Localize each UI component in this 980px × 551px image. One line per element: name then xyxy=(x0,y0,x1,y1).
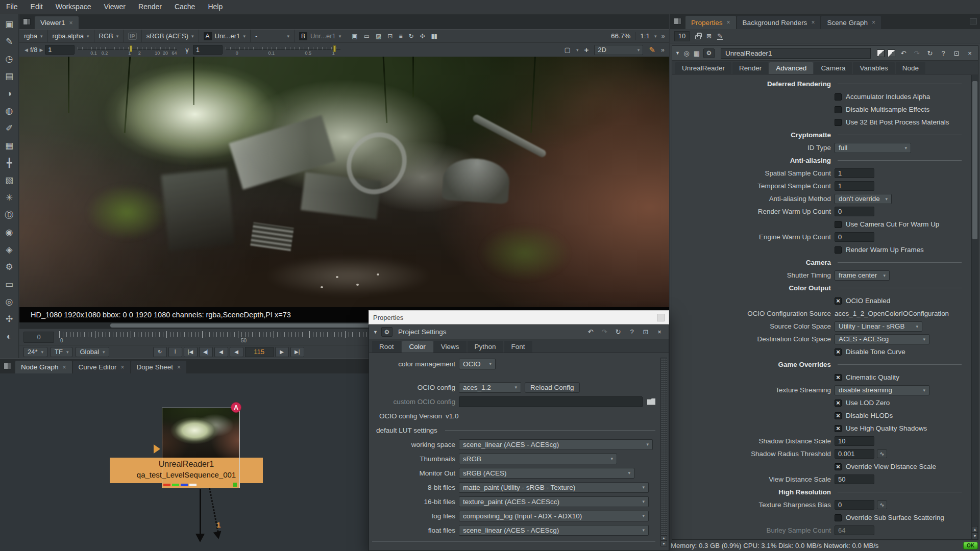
close-icon[interactable]: × xyxy=(727,19,730,26)
refresh-icon[interactable]: ↻ xyxy=(408,33,413,40)
node-text-color-chip[interactable] xyxy=(888,49,895,57)
checkbox[interactable]: × xyxy=(835,348,842,356)
alpha-layer-dropdown[interactable]: rgba.alpha▾ xyxy=(48,30,94,42)
ocio-config-dropdown[interactable]: aces_1.2▾ xyxy=(459,382,521,393)
prev-arrow-icon[interactable]: ◀ xyxy=(22,47,30,53)
undo-icon[interactable]: ↶ xyxy=(585,328,596,336)
tab-render[interactable]: Render xyxy=(732,62,768,74)
scroll-down-icon[interactable]: ▼ xyxy=(972,533,978,539)
close-icon[interactable]: × xyxy=(965,49,975,57)
float-panel-icon[interactable]: ⊡ xyxy=(641,328,651,336)
checkbox[interactable] xyxy=(835,221,842,228)
stack-icon[interactable]: ≡ xyxy=(399,33,402,40)
dropdown[interactable]: frame center▾ xyxy=(835,270,890,281)
tab-node-graph[interactable]: Node Graph× xyxy=(15,361,72,373)
undo-icon[interactable]: ↶ xyxy=(898,49,909,57)
time-icon[interactable]: ◷ xyxy=(2,51,17,67)
scroll-up-icon[interactable]: ▲ xyxy=(660,535,667,541)
deep-icon[interactable]: Ⓓ xyxy=(2,207,17,223)
color-management-dropdown[interactable]: OCIO▾ xyxy=(459,359,496,369)
checkbox[interactable]: × xyxy=(835,399,842,407)
tab-dope-sheet[interactable]: Dope Sheet× xyxy=(131,361,186,373)
menu-render[interactable]: Render xyxy=(138,3,162,11)
help-icon[interactable]: ? xyxy=(938,49,948,57)
number-input[interactable]: 0 xyxy=(835,500,874,510)
proxy-ratio[interactable]: 1:1 xyxy=(640,32,650,40)
toolsets-icon[interactable]: ⚙ xyxy=(2,259,17,276)
other-icon[interactable]: ▭ xyxy=(2,276,17,293)
go-start-button[interactable]: |◀ xyxy=(184,347,198,357)
float-files-dropdown[interactable]: scene_linear (ACES - ACEScg)▾ xyxy=(459,525,649,536)
checkbox[interactable]: × xyxy=(835,297,842,305)
wrench-icon[interactable]: ⚙ xyxy=(703,48,715,58)
tab-viewer1[interactable]: Viewer1 × xyxy=(35,16,79,29)
checkbox[interactable]: × xyxy=(835,463,842,470)
log-files-dropdown[interactable]: compositing_log (Input - ADX - ADX10)▾ xyxy=(459,511,649,521)
close-icon[interactable]: × xyxy=(177,364,181,371)
number-input[interactable]: 0 xyxy=(835,232,874,242)
number-input[interactable]: 0 xyxy=(835,207,874,216)
fps-dropdown[interactable]: 24*▾ xyxy=(23,347,47,357)
checkbox[interactable] xyxy=(835,514,842,521)
lock-icon[interactable] xyxy=(695,35,701,39)
dropdown[interactable]: don't override▾ xyxy=(835,194,892,204)
display-channel-dropdown[interactable]: RGB▾ xyxy=(94,30,124,42)
menu-cache[interactable]: Cache xyxy=(175,3,195,11)
color-icon[interactable]: ◑ xyxy=(2,85,17,102)
next-arrow-icon[interactable]: ▶ xyxy=(37,47,45,53)
edit-icon[interactable]: ✎ xyxy=(717,33,723,40)
scroll-up-icon[interactable]: ▲ xyxy=(972,526,978,533)
keyer-icon[interactable]: ✐ xyxy=(2,120,17,137)
float-panel-icon[interactable]: ⊡ xyxy=(951,49,962,57)
panel-menu-icon[interactable] xyxy=(23,18,31,25)
window-button[interactable] xyxy=(657,314,665,321)
node-color-chip[interactable] xyxy=(877,49,885,57)
checkbox[interactable] xyxy=(835,106,842,113)
reload-config-button[interactable]: Reload Config xyxy=(525,382,580,393)
monitor-icon[interactable]: ▦ xyxy=(693,49,700,57)
node-name-field[interactable]: UnrealReader1 xyxy=(721,48,871,59)
dropdown[interactable]: ACES - ACEScg▾ xyxy=(835,334,929,344)
collapse-icon[interactable]: ▼ xyxy=(373,330,378,335)
image-icon[interactable]: ▣ xyxy=(2,16,17,33)
3d-icon[interactable]: ▧ xyxy=(2,172,17,189)
dropdown[interactable]: disable streaming▾ xyxy=(835,385,929,395)
checkbox[interactable] xyxy=(835,93,842,101)
revert-icon[interactable]: ↻ xyxy=(925,49,935,57)
go-end-button[interactable]: ▶| xyxy=(290,347,304,357)
zoom-level[interactable]: 66.7% xyxy=(611,32,630,40)
collapse-icon[interactable]: ▼ xyxy=(675,51,680,56)
window-titlebar[interactable]: Properties xyxy=(369,310,669,324)
checkbox[interactable]: × xyxy=(835,425,842,432)
prev-key-button[interactable]: ◀| xyxy=(199,347,213,357)
marquee-icon[interactable]: ▢ xyxy=(565,46,571,54)
center-node-icon[interactable]: ◎ xyxy=(683,49,690,57)
input-a-dropdown[interactable]: AUnr...er1▾ xyxy=(199,30,251,42)
file-browse-icon[interactable] xyxy=(647,398,655,405)
close-icon[interactable]: × xyxy=(63,364,66,371)
air-icon[interactable]: ✣ xyxy=(2,311,17,328)
menu-help[interactable]: Help xyxy=(208,3,223,11)
collapse-toolbar-icon[interactable]: » xyxy=(661,46,665,54)
monitor-out-dropdown[interactable]: sRGB (ACES)▾ xyxy=(459,468,634,479)
close-icon[interactable]: × xyxy=(872,19,875,26)
loop-button[interactable]: ↻ xyxy=(153,347,167,357)
slider-handle[interactable] xyxy=(130,45,132,52)
channel-icon[interactable]: ▤ xyxy=(2,68,17,85)
view-mode-dropdown[interactable]: 2D▾ xyxy=(594,45,643,55)
tab-advanced[interactable]: Advanced xyxy=(769,62,813,74)
new-window-icon[interactable]: ⊡ xyxy=(387,33,392,40)
tab-properties[interactable]: Properties× xyxy=(685,16,736,29)
metadata-icon[interactable]: ◈ xyxy=(2,241,17,258)
pause-icon[interactable]: ▮▮ xyxy=(431,33,437,40)
viewer-lut-dropdown[interactable]: sRGB (ACES)▾ xyxy=(142,30,199,42)
gamma-input[interactable]: 1 xyxy=(193,45,223,55)
particles-icon[interactable]: ✳ xyxy=(2,189,17,206)
gain-input[interactable]: 1 xyxy=(45,45,75,55)
sample-pen-icon[interactable]: ✎ xyxy=(649,45,655,55)
scroll-down-icon[interactable]: ▼ xyxy=(660,541,667,546)
input-b-dropdown[interactable]: BUnr...er1▾ xyxy=(295,30,346,42)
next-frame-button[interactable]: ▶ xyxy=(275,347,289,357)
checkbox[interactable] xyxy=(835,246,842,254)
checkbox[interactable]: × xyxy=(835,412,842,419)
